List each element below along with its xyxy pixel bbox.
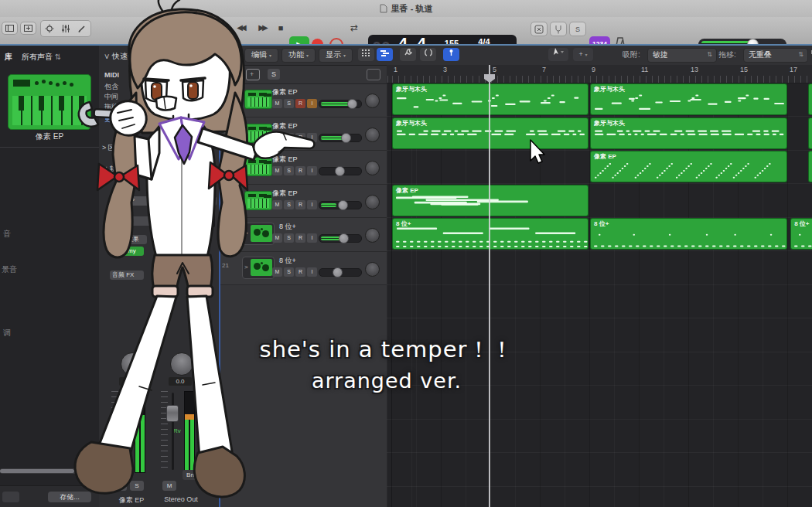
arrange-area[interactable]: 象牙与木头象牙与木头象牙与木头象牙与木头像素 EP像素 EP8 位+8 位+8 … (387, 83, 812, 507)
library-list-item[interactable]: 调 (3, 328, 11, 339)
library-list-item[interactable]: 景音 (2, 264, 17, 275)
track-s-button[interactable]: S (284, 133, 294, 142)
track-r-button[interactable]: R (295, 200, 305, 209)
channel-volume-value[interactable]: 0.0 (169, 377, 192, 386)
track-r-button[interactable]: R (295, 99, 305, 108)
functions-menu[interactable]: 功能 ▾ (281, 48, 316, 63)
track-r-button[interactable]: R (295, 233, 305, 243)
midi-region[interactable]: 8 位+ (590, 218, 787, 250)
playhead-marker[interactable] (483, 73, 496, 83)
forward-button[interactable]: ▶▶ (254, 23, 271, 32)
library-option-button[interactable] (2, 492, 19, 502)
library-filter[interactable]: 所有声音 ⇅ (22, 52, 61, 63)
bounce-button[interactable]: Bnc (183, 470, 201, 480)
track-header-row[interactable]: 1像素 EPMSRI (220, 83, 387, 117)
midi-region[interactable]: 象牙与木头 (392, 117, 589, 149)
track-m-button[interactable]: M (272, 200, 282, 209)
track-r-button[interactable]: R (295, 267, 305, 277)
track-r-button[interactable]: R (295, 166, 305, 175)
tool-cursor-icon[interactable] (224, 48, 241, 61)
quick-help-header[interactable]: ∨ 快速帮助 (104, 51, 143, 62)
track-i-button[interactable]: I (307, 99, 317, 108)
track-r-button[interactable]: R (295, 133, 305, 142)
audio-fx-slot[interactable]: 音频 FX (110, 271, 144, 280)
midi-region[interactable]: 像素 EP (590, 151, 787, 182)
channel-solo-button[interactable]: S (130, 481, 144, 491)
track-i-button[interactable]: I (307, 133, 317, 142)
track-volume-slider[interactable] (319, 100, 362, 108)
track-volume-slider[interactable] (319, 201, 362, 209)
track-m-button[interactable]: M (272, 166, 282, 175)
midi-region[interactable]: 8 位+ (790, 218, 812, 250)
track-s-button[interactable]: S (284, 233, 294, 243)
track-m-button[interactable]: M (272, 267, 282, 277)
track-m-button[interactable]: M (272, 233, 282, 243)
channel-setting-button[interactable]: 像素 EP (110, 196, 183, 206)
playhead[interactable] (489, 65, 490, 507)
solo-all-button[interactable]: S (268, 69, 280, 80)
setting-label[interactable]: 设置 (187, 196, 217, 206)
pointer-tool-menu[interactable] (548, 48, 568, 61)
rewind-button[interactable]: ◀◀ (232, 23, 249, 32)
midi-region[interactable]: 8 位+ (392, 218, 589, 250)
stop-button[interactable]: ■ (275, 23, 286, 32)
view-menu[interactable]: 显示 ▾ (319, 48, 353, 63)
track-header-row[interactable]: 21>8 位+MSRI (220, 252, 387, 286)
automation-icon[interactable] (443, 48, 459, 61)
track-zoom-icon[interactable] (367, 69, 380, 80)
waveform-zoom-icon[interactable] (807, 48, 812, 61)
plugin-badge[interactable]: Q (192, 261, 204, 271)
channel-pan-knob[interactable] (170, 352, 193, 376)
sidebar-toggle-icon[interactable] (2, 22, 18, 35)
secondary-tool-menu[interactable]: + ▾ (573, 48, 593, 61)
track-inspector-row[interactable]: ∨ 轨道: 像素 EP (102, 164, 153, 174)
drum-track-button[interactable]: > (242, 257, 275, 279)
track-s-button[interactable]: S (284, 99, 294, 108)
channel-mute-button[interactable]: M (113, 481, 127, 491)
track-i-button[interactable]: I (307, 233, 317, 243)
cycle-button[interactable]: ⇄ (347, 22, 361, 33)
pan-knob[interactable] (365, 94, 380, 108)
pan-knob[interactable] (365, 228, 380, 243)
disclosure-icon[interactable]: > (244, 230, 248, 236)
track-header-row[interactable]: 2像素 EPMSRI (220, 117, 387, 151)
pan-knob[interactable] (365, 161, 380, 175)
track-volume-slider[interactable] (319, 167, 362, 175)
track-header-row[interactable]: 3像素 EPMSRI (220, 151, 387, 185)
track-volume-slider[interactable] (319, 234, 362, 243)
volume-knob[interactable] (339, 233, 349, 243)
volume-knob[interactable] (347, 99, 357, 109)
region-inspector-row[interactable]: > 区域: (102, 143, 124, 153)
fader-cap[interactable] (166, 405, 179, 422)
add-track-button[interactable]: + (227, 68, 232, 79)
loop-marquee-icon[interactable] (420, 48, 436, 61)
midi-region[interactable]: 象牙与木头 (590, 117, 787, 149)
channel-mute-button[interactable]: M (162, 481, 176, 491)
library-scrollbar[interactable] (0, 468, 98, 474)
library-list-item[interactable]: 音 (3, 229, 11, 240)
track-i-button[interactable]: I (307, 267, 317, 277)
patch-name[interactable]: 像素 EP (0, 131, 99, 142)
track-header-row[interactable]: 5>8 位+MSRI (220, 218, 387, 252)
track-i-button[interactable]: I (307, 200, 317, 209)
channel-pan-knob[interactable] (121, 352, 144, 376)
solo-badge-button[interactable]: S (569, 22, 586, 36)
pan-knob[interactable] (365, 262, 380, 277)
track-i-button[interactable]: I (307, 166, 317, 175)
midi-region[interactable] (808, 151, 812, 182)
eq-slot[interactable]: 均衡器 (110, 216, 153, 226)
channel-volume-value[interactable]: -6.1 (119, 377, 142, 386)
pan-knob[interactable] (365, 195, 380, 209)
tuner-icon[interactable] (550, 22, 567, 36)
track-m-button[interactable]: M (272, 99, 282, 108)
midi-fx-slot[interactable]: MIDI 效果 (110, 235, 147, 244)
grid-editor-icon[interactable] (358, 48, 374, 61)
eq-thumbnail[interactable] (178, 213, 215, 227)
track-s-button[interactable]: S (284, 200, 294, 209)
piano-roll-icon[interactable] (377, 48, 393, 61)
volume-knob[interactable] (338, 200, 348, 210)
drag-select[interactable]: 无重叠⇅ (743, 48, 808, 63)
fader-cap[interactable] (117, 399, 129, 416)
edit-menu[interactable]: 编辑 ▾ (244, 48, 278, 63)
wrench-icon[interactable] (400, 48, 416, 61)
